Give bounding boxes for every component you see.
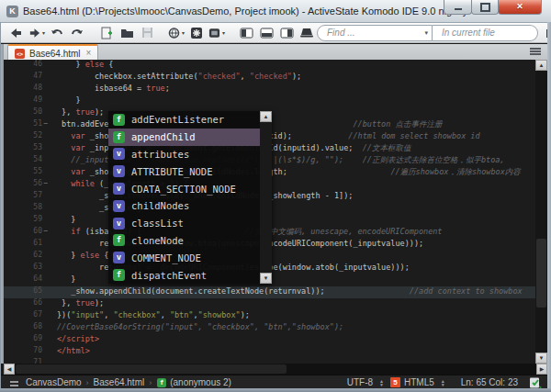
autocomplete-scrollbar[interactable]: ▲ ▼ xyxy=(260,111,272,284)
autocomplete-item[interactable]: vclassList xyxy=(108,215,260,232)
code-text: })("input", "checkbox", "btn","showbox")… xyxy=(50,310,535,322)
code-line[interactable]: 48 isbase64 = true; xyxy=(4,84,535,95)
code-line[interactable]: 47 checkbox.setAttribute("checked", "che… xyxy=(4,72,535,84)
forward-dropdown-icon[interactable]: ▾ xyxy=(42,29,45,36)
autocomplete-item[interactable]: fdispatchEvent xyxy=(108,266,260,284)
back-button[interactable] xyxy=(8,25,25,41)
find-scope-input[interactable] xyxy=(440,27,530,39)
code-line[interactable]: 46 } else { xyxy=(4,60,535,72)
line-number[interactable]: 56 xyxy=(4,179,42,191)
line-number[interactable]: 50 xyxy=(4,107,42,119)
line-number[interactable]: 69 xyxy=(4,334,42,346)
find-box[interactable]: ▾ xyxy=(317,25,433,41)
line-number[interactable]: 52 xyxy=(4,131,42,143)
line-number[interactable]: 64 xyxy=(4,274,42,286)
preview-dropdown-icon[interactable]: ▾ xyxy=(182,29,185,36)
line-number[interactable]: 60 xyxy=(4,227,42,239)
media-dropdown-icon[interactable]: ▾ xyxy=(222,29,225,36)
window-controls: ✕ xyxy=(444,0,542,15)
line-number[interactable]: 54 xyxy=(4,155,42,167)
open-file-button[interactable] xyxy=(118,25,135,41)
autocomplete-item[interactable]: vattributes xyxy=(108,146,260,163)
breadcrumb-project[interactable]: CanvasDemo xyxy=(26,377,82,387)
autocomplete-item[interactable]: faddEventListener xyxy=(108,111,260,129)
language-label[interactable]: HTML5 xyxy=(404,377,434,387)
breadcrumb-file[interactable]: Base64.html xyxy=(94,377,145,387)
line-number[interactable]: 63 xyxy=(4,263,42,274)
autocomplete-item[interactable]: vCOMMENT_NODE xyxy=(108,249,260,266)
autocomplete-item[interactable]: fappendChild xyxy=(108,129,260,146)
line-number[interactable]: 58 xyxy=(4,203,42,215)
line-number[interactable]: 61 xyxy=(4,239,42,251)
maximize-button[interactable] xyxy=(471,0,499,15)
line-number[interactable]: 68 xyxy=(4,322,42,334)
scroll-up-icon[interactable]: ▲ xyxy=(535,60,547,71)
code-line[interactable]: 66 }, true); xyxy=(4,298,535,310)
syntax-check-icon[interactable] xyxy=(529,377,543,388)
toggle-left-pane-button[interactable] xyxy=(238,25,254,41)
code-line[interactable]: 67})("input", "checkbox", "btn","showbox… xyxy=(4,310,535,322)
find-input[interactable] xyxy=(325,27,424,39)
code-line[interactable]: 69</script> xyxy=(4,334,535,346)
forward-button[interactable]: ▾ xyxy=(28,25,45,41)
vertical-scroll-thumb[interactable] xyxy=(536,239,546,308)
code-line[interactable]: 49 } xyxy=(4,95,535,107)
scroll-down-icon[interactable]: ▼ xyxy=(535,353,547,364)
breadcrumb-separator-icon: › xyxy=(86,378,89,387)
line-number[interactable]: 49 xyxy=(4,95,42,107)
scroll-up-icon[interactable]: ▲ xyxy=(260,111,272,122)
save-button[interactable] xyxy=(139,25,155,41)
line-number[interactable]: 47 xyxy=(4,72,42,84)
line-number[interactable]: 53 xyxy=(4,143,42,155)
code-line[interactable]: 68//CovertBase64orString("input", "check… xyxy=(4,322,535,334)
focus-mode-button[interactable] xyxy=(298,25,315,41)
toggle-right-pane-button[interactable] xyxy=(278,25,295,41)
encoding-spinner-icon[interactable]: ▲▼ xyxy=(379,379,384,386)
code-line[interactable]: 65 _show.appendChild(document.createText… xyxy=(4,286,535,298)
breadcrumb-scope[interactable]: (anonymous 2) xyxy=(170,377,231,387)
autocomplete-item[interactable]: vCDATA_SECTION_NODE xyxy=(108,180,260,197)
line-number[interactable]: 57 xyxy=(4,191,42,203)
find-scope-box[interactable] xyxy=(433,25,538,41)
fold-marker-icon[interactable]: − xyxy=(42,227,50,239)
language-spinner-icon[interactable]: ▲▼ xyxy=(441,379,445,386)
autocomplete-item[interactable]: fcloneNode xyxy=(108,232,260,250)
line-number[interactable]: 66 xyxy=(4,298,42,310)
horizontal-scroll-thumb[interactable] xyxy=(16,364,287,374)
fold-marker-icon[interactable]: − xyxy=(42,119,50,131)
minimize-button[interactable] xyxy=(444,0,472,15)
line-number[interactable]: 62 xyxy=(4,251,42,263)
scroll-left-icon[interactable]: ◀ xyxy=(4,364,15,375)
line-number[interactable]: 67 xyxy=(4,310,42,322)
new-file-button[interactable] xyxy=(98,25,115,41)
line-number[interactable]: 55 xyxy=(4,167,42,179)
line-number[interactable]: 48 xyxy=(4,84,42,95)
tab-list-icon[interactable] xyxy=(530,48,541,56)
line-number[interactable]: 51 xyxy=(4,119,42,131)
autocomplete-item[interactable]: vchildNodes xyxy=(108,197,260,215)
redo-button[interactable] xyxy=(69,25,85,41)
line-number[interactable]: 59 xyxy=(4,215,42,227)
close-button[interactable]: ✕ xyxy=(498,0,542,15)
media-button[interactable]: ▾ xyxy=(208,25,225,41)
vertical-scrollbar[interactable]: ▲ ▼ xyxy=(535,60,547,364)
scroll-down-icon[interactable]: ▼ xyxy=(260,273,272,284)
toolbox-button[interactable] xyxy=(188,25,205,41)
line-number[interactable]: 46 xyxy=(4,60,42,72)
line-number[interactable]: 65 xyxy=(4,286,42,298)
find-dropdown-icon[interactable]: ▾ xyxy=(424,29,428,37)
tab-base64-html[interactable]: <> Base64.html × xyxy=(7,44,98,61)
scroll-right-icon[interactable]: ▶ xyxy=(536,364,547,375)
statusbar-panel-icon[interactable] xyxy=(10,379,18,386)
tab-close-icon[interactable]: × xyxy=(86,49,92,58)
undo-button[interactable] xyxy=(49,25,65,41)
preview-button[interactable]: ▾ xyxy=(168,25,185,41)
line-number[interactable]: 70 xyxy=(4,346,42,358)
horizontal-scrollbar[interactable]: ◀ ▶ xyxy=(4,364,547,375)
autocomplete-label: CDATA_SECTION_NODE xyxy=(131,184,236,195)
encoding-label[interactable]: UTF-8 xyxy=(347,377,373,387)
toggle-bottom-pane-button[interactable] xyxy=(258,25,275,41)
code-line[interactable]: 70</html> xyxy=(4,346,535,358)
autocomplete-item[interactable]: vATTRIBUTE_NODE xyxy=(108,162,260,180)
fold-marker-icon[interactable]: − xyxy=(42,179,50,191)
